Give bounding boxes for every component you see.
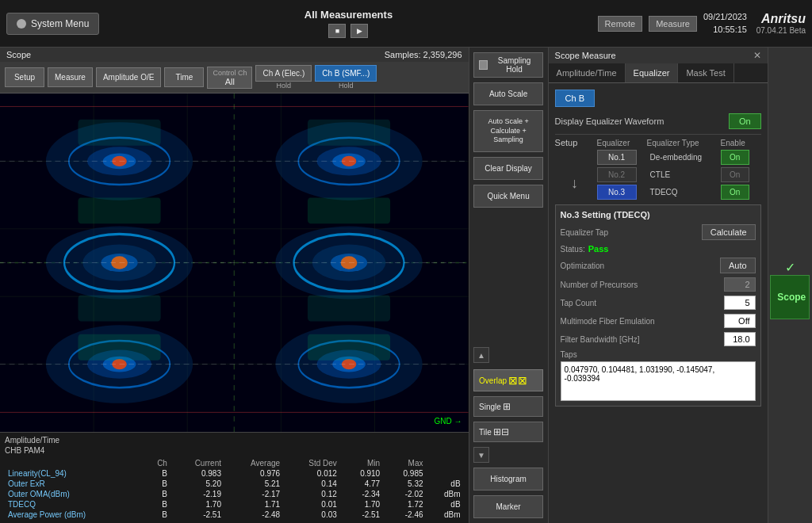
tab-equalizer[interactable]: Equalizer [626,63,679,82]
ch-a-button[interactable]: Ch A (Elec.) [255,65,312,82]
calculate-button[interactable]: Calculate [702,224,756,240]
quick-menu-button[interactable]: Quick Menu [473,185,543,208]
equalizer-tap-label: Equalizer Tap [561,228,608,237]
meas-unit: dBm [427,489,464,499]
table-header-row: Ch Current Average Std Dev Min Max [5,458,464,468]
scope-header: Scope Samples: 2,359,296 [0,48,469,62]
tile-icon: ⊞⊟ [493,426,509,437]
measure-button[interactable]: Measure [649,16,697,32]
ch-b-button[interactable]: Ch B (SMF...) [315,65,377,82]
table-row: TDECQ B 1.70 1.71 0.01 1.70 1.72 dB [5,499,464,510]
measurements-tbody: Linearity(CL_94) B 0.983 0.976 0.012 0.9… [5,468,464,520]
display-eq-waveform-label: Display Equalizer Waveform [555,116,665,126]
meas-min: 0.910 [340,468,383,479]
meas-current: 5.20 [170,479,224,489]
scope-right-button[interactable]: Scope [770,275,810,319]
no3-title: No.3 Setting (TDECQ) [561,210,756,220]
col-current-header: Current [170,458,224,468]
overlap-button[interactable]: Overlap ⊠⊠ [473,369,543,391]
col-stddev-header: Std Dev [283,458,340,468]
ch-b-select-button[interactable]: Ch B [555,90,595,107]
enable-no2-button[interactable]: On [721,167,749,182]
meas-stddev: 0.14 [283,479,340,489]
meas-average: -2.48 [224,510,283,520]
top-right: Remote Measure 09/21/2023 10:55:15 Anrit… [598,11,806,36]
scroll-down-button[interactable]: ▼ [473,447,489,463]
system-menu-button[interactable]: System Menu [6,13,99,35]
num-precursors-label: Number of Precursors [561,281,638,289]
scope-title: Scope [6,50,31,59]
datetime: 09/21/2023 10:55:15 [703,11,747,36]
setup-arrow-down: ↓ [555,175,595,192]
table-row: Outer OMA(dBm) B -2.19 -2.17 0.12 -2.34 … [5,489,464,499]
svg-rect-48 [308,334,390,361]
hold-b-label: Hold [339,82,354,90]
setup-button[interactable]: Setup [5,67,44,87]
col-unit-header [427,458,464,468]
meas-average: 5.21 [224,479,283,489]
remote-button[interactable]: Remote [598,16,643,32]
taps-value: 0.047970, 0.104481, 1.031990, -0.145047,… [561,361,756,401]
eq-no2-button[interactable]: No.2 [597,167,637,182]
date-label: 09/21/2023 [703,11,747,23]
measurements-table: Ch Current Average Std Dev Min Max Linea… [5,458,464,520]
col-name-header [5,458,144,468]
marker-button[interactable]: Marker [473,495,543,518]
eq-no1-button[interactable]: No.1 [597,150,637,165]
enable-no3-button[interactable]: On [721,185,749,200]
overlap-label: Overlap [479,376,507,385]
meas-ch: B [144,468,170,479]
stop-button[interactable]: ■ [328,24,346,38]
auto-scale-button[interactable]: Auto Scale [473,82,543,105]
tab-amplitude-time[interactable]: Amplitude/Time [549,63,626,82]
play-button[interactable]: ▶ [350,24,368,38]
filter-bw-label: Filter Bandwidth [GHz] [561,335,640,344]
meas-min: -2.34 [340,489,383,499]
measure-scope-button[interactable]: Measure [48,67,93,87]
tab-mask-test[interactable]: Mask Test [678,63,733,82]
meas-max: 1.72 [383,499,426,510]
single-label: Single [479,403,501,411]
tile-label: Tile [479,428,492,437]
auto-scale-calc-button[interactable]: Auto Scale + Calculate + Sampling [473,110,543,152]
meas-current: -2.19 [170,489,224,499]
tap-count-row: Tap Count 5 [561,296,756,310]
measurements-subtitle: CHB PAM4 [5,446,464,455]
optimization-value-button[interactable]: Auto [720,258,756,273]
hold-a-label: Hold [277,82,292,90]
scroll-down-controls: ▼ [473,447,543,463]
meas-ch: B [144,510,170,520]
meas-unit: dB [427,499,464,510]
display-eq-waveform-button[interactable]: On [729,113,761,129]
col-min-header: Min [340,458,383,468]
clear-display-button[interactable]: Clear Display [473,157,543,180]
scroll-up-button[interactable]: ▲ [473,347,489,363]
enable-no1-button[interactable]: On [721,150,749,165]
meas-stddev: 0.012 [283,468,340,479]
table-row: Outer ExR B 5.20 5.21 0.14 4.77 5.32 dB [5,479,464,489]
waveform-display: GND → [0,94,469,432]
eq-no3-button[interactable]: No.3 [597,185,637,200]
sampling-hold-button[interactable]: Sampling Hold [473,52,543,78]
amplitude-oe-button[interactable]: Amplitude O/E [96,67,161,87]
histogram-button[interactable]: Histogram [473,468,543,491]
de-embedding-label: De-embedding [647,151,718,164]
equalizer-col-label: Equalizer [597,139,645,147]
meas-max: -2.02 [383,489,426,499]
single-icon: ⊞ [503,401,511,412]
beta-label: 07.04.21 Beta [753,26,806,35]
single-button[interactable]: Single ⊞ [473,396,543,417]
main-layout: Scope Samples: 2,359,296 Setup Measure A… [0,48,812,523]
tile-button[interactable]: Tile ⊞⊟ [473,422,543,442]
meas-unit: dB [427,479,464,489]
meas-max: 0.985 [383,468,426,479]
time-button[interactable]: Time [164,67,204,87]
top-center: All Measurements ■ ▶ [99,9,597,38]
system-menu-icon [17,19,26,29]
taps-section: Taps 0.047970, 0.104481, 1.031990, -0.14… [561,350,756,401]
svg-rect-42 [78,197,160,223]
control-ch-group: Control Ch All [207,67,252,89]
svg-rect-43 [78,296,160,322]
meas-name: Average Power (dBm) [5,510,144,520]
scope-measure-close[interactable]: ✕ [753,50,761,61]
